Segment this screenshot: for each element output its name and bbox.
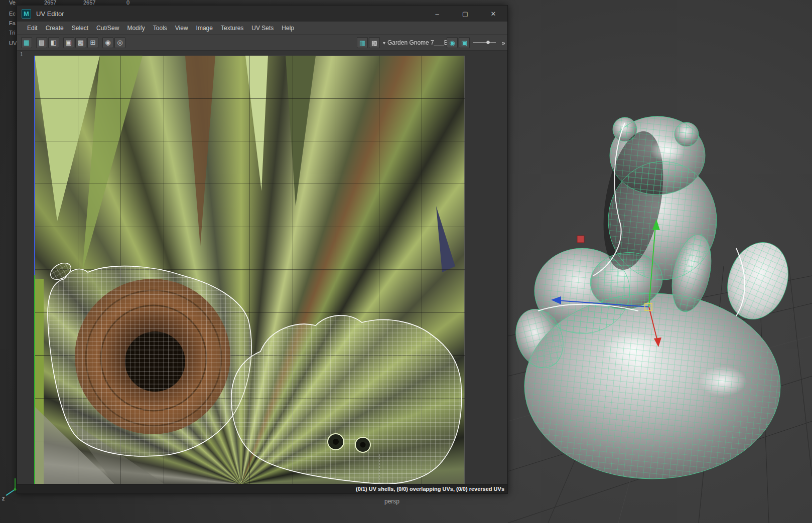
menu-item-textures[interactable]: Textures xyxy=(217,23,247,34)
camera-name-label: persp xyxy=(384,498,399,505)
uv-shells[interactable] xyxy=(35,56,465,484)
menu-item-uv-sets[interactable]: UV Sets xyxy=(247,23,278,34)
texture-controls: ▦ ▩ ▾ Garden Gnome 7___Ba ◉ ▣ » xyxy=(357,37,510,48)
hud-row-tris: Tri xyxy=(9,30,15,36)
uv-shell-left[interactable] xyxy=(48,260,251,456)
titlebar[interactable]: M UV Editor – ▢ ✕ xyxy=(17,6,507,22)
menu-item-edit[interactable]: Edit xyxy=(23,23,42,34)
border-edges-icon[interactable]: ▣ xyxy=(63,37,74,48)
texture-name-label[interactable]: Garden Gnome 7___Ba xyxy=(387,39,447,46)
axis-gizmo-label: z xyxy=(2,495,5,501)
hud-row-uvs: UV xyxy=(9,40,17,46)
uv-shell-stats: (0/1) UV shells, (0/0) overlapping UVs, … xyxy=(356,486,504,492)
maximize-button[interactable]: ▢ xyxy=(451,6,479,22)
menu-item-view[interactable]: View xyxy=(171,23,192,34)
update-psd-icon[interactable]: ◉ xyxy=(447,37,458,48)
hud-row-verts: Ve 2657 2657 0 xyxy=(9,0,16,6)
expand-toolbar-icon[interactable]: » xyxy=(498,37,509,48)
texture-list-dropdown-icon[interactable]: ▾ xyxy=(383,40,385,46)
toolbar: ▦ ▤ ◧ ▣ ▩ ⊞ ◉ ◎ ▦ ▩ ▾ Garden Gnome 7___B… xyxy=(17,35,507,51)
hud-label: Ve xyxy=(9,0,16,6)
flip-shell-icon[interactable]: ◧ xyxy=(48,37,59,48)
hud-label: Ec xyxy=(9,11,16,17)
stacked-shells-icon[interactable]: ▤ xyxy=(36,37,47,48)
exposure-slider[interactable] xyxy=(473,37,496,48)
hud-label: Fa xyxy=(9,20,16,26)
texture-image-toggle-icon[interactable]: ▦ xyxy=(357,37,368,48)
exposure-slider-handle[interactable] xyxy=(486,40,490,45)
hud-label: UV xyxy=(9,40,17,46)
maya-screen: Ve 2657 2657 0 Ec Fa Tri UV z persp xyxy=(0,0,812,523)
uv-tick-label: 1 xyxy=(20,52,23,57)
menubar: Edit Create Select Cut/Sew Modify Tools … xyxy=(17,22,507,35)
uv-v-axis-green xyxy=(34,275,35,484)
viewport-3d-scene[interactable] xyxy=(508,75,812,523)
hud-row-edges: Ec xyxy=(9,11,16,17)
menu-item-tools[interactable]: Tools xyxy=(149,23,171,34)
frog-model-3d[interactable] xyxy=(508,116,797,479)
exposure-slider-track xyxy=(473,42,496,43)
shaded-uv-icon[interactable]: ◉ xyxy=(102,37,113,48)
uv-canvas[interactable]: 1 xyxy=(17,51,507,485)
menu-item-cut-sew[interactable]: Cut/Sew xyxy=(92,23,123,34)
window-controls: – ▢ ✕ xyxy=(423,6,507,22)
checker-tiles-icon[interactable]: ▩ xyxy=(75,37,86,48)
checker-map-icon[interactable]: ▩ xyxy=(369,37,380,48)
uv-shell-right[interactable] xyxy=(231,315,462,484)
uv-statusbar: (0/1) UV shells, (0/0) overlapping UVs, … xyxy=(17,484,507,493)
minimize-button[interactable]: – xyxy=(423,6,451,22)
menu-item-image[interactable]: Image xyxy=(192,23,217,34)
menu-item-select[interactable]: Select xyxy=(68,23,92,34)
close-button[interactable]: ✕ xyxy=(479,6,507,22)
uv-border-blue-axis xyxy=(34,56,35,275)
uv-grid-layout-icon[interactable]: ▦ xyxy=(21,37,32,48)
hud-label: Tri xyxy=(9,30,15,36)
menu-item-help[interactable]: Help xyxy=(278,23,298,34)
uv-editor-window: M UV Editor – ▢ ✕ Edit Create Select Cut… xyxy=(17,5,508,494)
maya-logo-icon: M xyxy=(22,9,31,19)
window-title: UV Editor xyxy=(36,10,64,18)
texture-image-icon[interactable]: ▣ xyxy=(459,37,470,48)
uv-snapshot-camera-icon[interactable]: ◎ xyxy=(114,37,125,48)
menu-item-modify[interactable]: Modify xyxy=(123,23,149,34)
grid-snap-icon[interactable]: ⊞ xyxy=(87,37,98,48)
uv-texture-tile[interactable] xyxy=(35,56,465,484)
hud-row-faces: Fa xyxy=(9,20,16,26)
frog-wireframe xyxy=(508,116,797,479)
red-marker xyxy=(577,236,584,243)
menu-item-create[interactable]: Create xyxy=(42,23,68,34)
